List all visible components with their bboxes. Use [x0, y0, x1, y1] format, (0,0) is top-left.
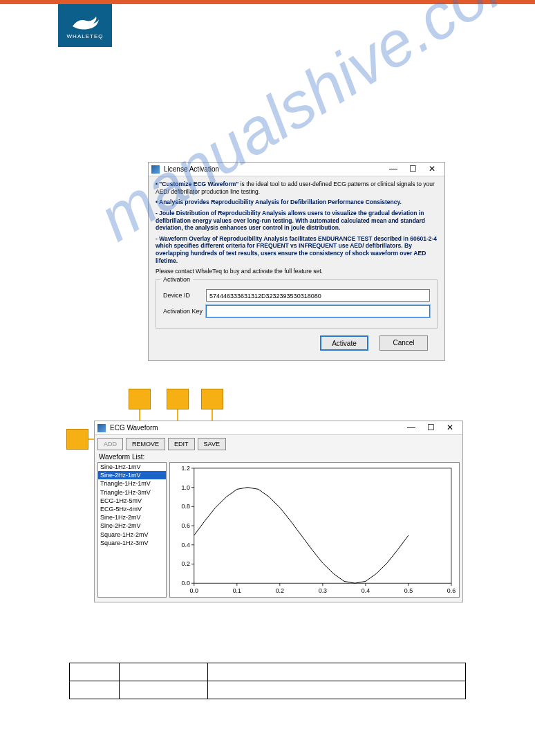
callout-save	[201, 389, 223, 409]
license-para-2: • Analysis provides Reproducibility Anal…	[156, 199, 438, 206]
svg-text:0.0: 0.0	[181, 580, 189, 587]
license-para-1: • "Customize ECG Waveform" is the ideal …	[156, 181, 438, 195]
license-activation-dialog: License Activation — ☐ ✕ • "Customize EC…	[148, 162, 445, 361]
remove-button[interactable]: REMOVE	[126, 438, 165, 450]
device-id-field[interactable]: 574446333631312D3232393530318080	[206, 289, 430, 302]
list-item[interactable]: Sine-1Hz-1mV	[98, 463, 166, 471]
license-para-3: - Joule Distribution of Reproducibility …	[156, 210, 438, 232]
minimize-button[interactable]: —	[384, 163, 403, 176]
svg-text:0.2: 0.2	[276, 587, 284, 594]
dialog-title: License Activation	[164, 165, 384, 173]
callout-add	[66, 429, 88, 450]
minimize-button[interactable]: —	[402, 422, 421, 434]
activate-button[interactable]: Activate	[320, 335, 368, 351]
cancel-button[interactable]: Cancel	[379, 335, 428, 351]
dialog-titlebar: License Activation — ☐ ✕	[149, 163, 444, 176]
maximize-button[interactable]: ☐	[421, 422, 440, 434]
waveform-listbox[interactable]: Sine-1Hz-1mVSine-2Hz-1mVTriangle-1Hz-1mV…	[97, 462, 167, 598]
list-item[interactable]: Sine-2Hz-1mV	[98, 471, 166, 479]
save-button[interactable]: SAVE	[198, 438, 226, 450]
callout-remove	[129, 389, 151, 409]
app-icon	[97, 424, 106, 432]
activation-legend: Activation	[160, 276, 193, 283]
svg-text:0.5: 0.5	[404, 587, 413, 594]
svg-text:0.3: 0.3	[319, 587, 327, 594]
svg-text:0.0: 0.0	[190, 587, 198, 594]
maximize-button[interactable]: ☐	[403, 163, 422, 176]
svg-text:1.0: 1.0	[181, 484, 189, 491]
license-para-5: Please contact WhaleTeq to buy and activ…	[156, 268, 438, 275]
callout-edit	[167, 389, 189, 409]
svg-text:1.2: 1.2	[181, 465, 189, 472]
activation-key-label: Activation Key	[163, 308, 206, 315]
chart-svg: 0.00.10.20.30.40.50.60.00.20.40.60.81.01…	[170, 463, 459, 597]
license-para-4: - Waveform Overlay of Reproducibility An…	[156, 235, 438, 265]
table-row	[70, 681, 466, 699]
svg-text:0.6: 0.6	[447, 587, 456, 594]
svg-text:0.6: 0.6	[181, 522, 189, 529]
edit-button[interactable]: EDIT	[168, 438, 195, 450]
svg-text:0.4: 0.4	[181, 542, 189, 548]
logo-text: WHALETEQ	[67, 33, 104, 39]
list-item[interactable]: Square-1Hz-2mV	[98, 531, 166, 539]
whaleteq-logo: WHALETEQ	[58, 4, 112, 47]
bottom-table	[69, 663, 466, 699]
whale-icon	[71, 12, 99, 32]
ecg-titlebar: ECG Waveform — ☐ ✕	[95, 421, 462, 435]
ecg-window-title: ECG Waveform	[110, 424, 402, 432]
waveform-list-label: Waveform List:	[95, 452, 462, 462]
device-id-label: Device ID	[163, 292, 206, 299]
list-item[interactable]: Triangle-1Hz-3mV	[98, 488, 166, 497]
svg-text:0.8: 0.8	[181, 503, 189, 510]
close-button[interactable]: ✕	[422, 163, 442, 176]
activation-key-field[interactable]	[206, 305, 430, 317]
svg-text:0.2: 0.2	[181, 560, 189, 567]
list-item[interactable]: Triangle-1Hz-1mV	[98, 479, 166, 488]
activation-group: Activation Device ID 574446333631312D323…	[156, 279, 438, 329]
add-button[interactable]: ADD	[97, 438, 123, 450]
close-button[interactable]: ✕	[440, 422, 460, 434]
ecg-waveform-window: ECG Waveform — ☐ ✕ ADD REMOVE EDIT SAVE …	[94, 421, 463, 602]
app-icon	[151, 165, 160, 174]
list-item[interactable]: Square-1Hz-3mV	[98, 539, 166, 547]
list-item[interactable]: Sine-2Hz-2mV	[98, 522, 166, 530]
waveform-chart: 0.00.10.20.30.40.50.60.00.20.40.60.81.01…	[169, 462, 460, 598]
ecg-toolbar: ADD REMOVE EDIT SAVE	[95, 435, 462, 452]
list-item[interactable]: Sine-1Hz-2mV	[98, 513, 166, 522]
list-item[interactable]: ECG-1Hz-5mV	[98, 497, 166, 505]
svg-text:0.4: 0.4	[362, 587, 370, 594]
table-row	[70, 663, 466, 681]
svg-text:0.1: 0.1	[233, 587, 241, 594]
svg-rect-0	[194, 468, 451, 583]
list-item[interactable]: ECG-5Hz-4mV	[98, 505, 166, 513]
